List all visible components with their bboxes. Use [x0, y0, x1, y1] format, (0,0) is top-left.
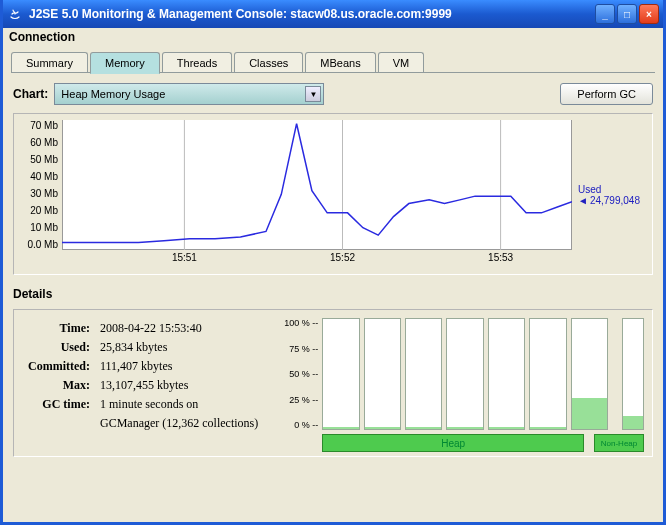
maximize-button[interactable]: □ [617, 4, 637, 24]
detail-key-gctime: GC time: [24, 396, 94, 413]
tab-classes[interactable]: Classes [234, 52, 303, 73]
tab-content: Chart: Heap Memory Usage ▼ Perform GC 70… [3, 73, 663, 522]
chart-label: Chart: [13, 87, 48, 101]
chart-select[interactable]: Heap Memory Usage ▼ [54, 83, 324, 105]
line-chart: 15:5115:5215:53 [62, 120, 572, 270]
chevron-down-icon: ▼ [305, 86, 321, 102]
pool-group-labels: Heap Non-Heap [322, 434, 644, 452]
tab-summary[interactable]: Summary [11, 52, 88, 73]
heap-group-label[interactable]: Heap [322, 434, 584, 452]
detail-key-used: Used: [24, 339, 94, 356]
pool-bar[interactable] [529, 318, 566, 430]
detail-val-used: 25,834 kbytes [96, 339, 262, 356]
detail-key-max: Max: [24, 377, 94, 394]
menu-connection[interactable]: Connection [9, 30, 75, 44]
legend-value: 24,799,048 [590, 195, 640, 206]
tab-memory[interactable]: Memory [90, 52, 160, 74]
chart-select-value: Heap Memory Usage [61, 88, 165, 100]
detail-key-time: Time: [24, 320, 94, 337]
triangle-left-icon: ◄ [578, 195, 588, 206]
app-window: J2SE 5.0 Monitoring & Management Console… [0, 0, 666, 525]
window-title: J2SE 5.0 Monitoring & Management Console… [29, 7, 595, 21]
pool-bar[interactable] [364, 318, 401, 430]
perform-gc-button[interactable]: Perform GC [560, 83, 653, 105]
detail-val-time: 2008-04-22 15:53:40 [96, 320, 262, 337]
pool-bars [322, 318, 644, 430]
pool-bar-nonheap[interactable] [622, 318, 644, 430]
pool-bars-panel: 100 % --75 % --50 % --25 % --0 % -- Heap… [280, 318, 644, 448]
chart-legend: Used ◄24,799,048 [572, 120, 640, 270]
detail-val-gctime1: 1 minute seconds on [96, 396, 262, 413]
tabstrip: Summary Memory Threads Classes MBeans VM [3, 46, 663, 73]
line-chart-panel: 70 Mb60 Mb50 Mb40 Mb30 Mb20 Mb10 Mb0.0 M… [13, 113, 653, 275]
pool-bar[interactable] [405, 318, 442, 430]
pool-y-axis: 100 % --75 % --50 % --25 % --0 % -- [280, 318, 322, 430]
details-heading: Details [13, 287, 653, 301]
details-panel: Time:2008-04-22 15:53:40 Used:25,834 kby… [13, 309, 653, 457]
pool-bar[interactable] [446, 318, 483, 430]
legend-series-name: Used [578, 184, 601, 195]
chart-controls: Chart: Heap Memory Usage ▼ Perform GC [13, 83, 653, 105]
detail-val-max: 13,107,455 kbytes [96, 377, 262, 394]
detail-val-gctime2: GCManager (12,362 collections) [96, 415, 262, 432]
pool-bar[interactable] [488, 318, 525, 430]
y-axis: 70 Mb60 Mb50 Mb40 Mb30 Mb20 Mb10 Mb0.0 M… [20, 120, 62, 250]
window-buttons: _ □ × [595, 4, 659, 24]
minimize-button[interactable]: _ [595, 4, 615, 24]
detail-key-committed: Committed: [24, 358, 94, 375]
pool-bar[interactable] [571, 318, 608, 430]
java-icon [7, 6, 23, 22]
close-button[interactable]: × [639, 4, 659, 24]
details-text: Time:2008-04-22 15:53:40 Used:25,834 kby… [22, 318, 264, 448]
pool-bar[interactable] [322, 318, 359, 430]
nonheap-group-label[interactable]: Non-Heap [594, 434, 644, 452]
tab-vm[interactable]: VM [378, 52, 425, 73]
menubar: Connection [3, 28, 663, 46]
detail-val-committed: 111,407 kbytes [96, 358, 262, 375]
tab-mbeans[interactable]: MBeans [305, 52, 375, 73]
tab-threads[interactable]: Threads [162, 52, 232, 73]
titlebar[interactable]: J2SE 5.0 Monitoring & Management Console… [3, 0, 663, 28]
